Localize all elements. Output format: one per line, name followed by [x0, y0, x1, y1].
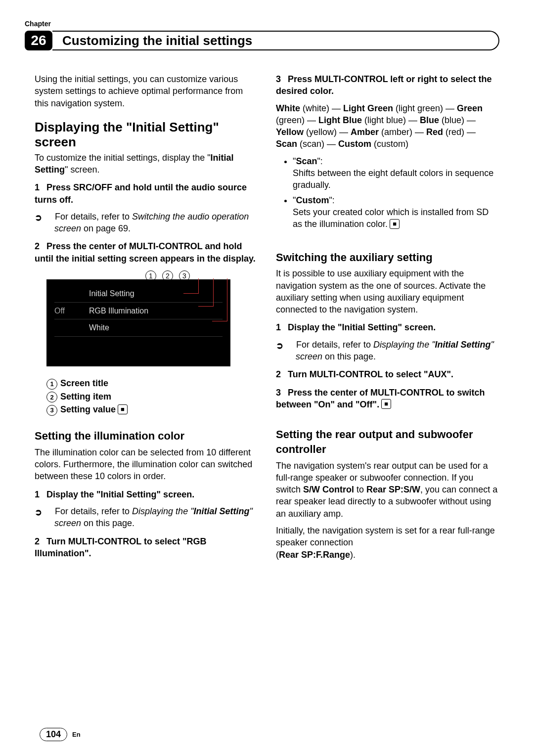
- chapter-title: Customizing the initial settings: [62, 33, 252, 48]
- display-step-1-ref: ➲ For details, refer to Switching the au…: [35, 211, 258, 235]
- aux-step-2: 2Turn MULTI-CONTROL to select "AUX".: [276, 368, 499, 380]
- section-rear-heading: Setting the rear output and subwoofer co…: [276, 427, 499, 456]
- color-options-line: White (white) — Light Green (light green…: [276, 102, 499, 150]
- section-color-lead: The illumination color can be selected f…: [35, 446, 258, 483]
- reference-arrow-icon: ➲: [44, 212, 52, 223]
- page-footer: 104 En: [40, 728, 81, 741]
- left-column: Using the initial settings, you can cust…: [35, 73, 258, 566]
- page-number: 104: [40, 728, 67, 741]
- section-rear-p2: Initially, the navigation system is set …: [276, 525, 499, 561]
- reference-arrow-icon: ➲: [44, 506, 52, 518]
- reference-arrow-icon: ➲: [286, 340, 294, 352]
- color-step-2: 2Turn MULTI-CONTROL to select "RGB Illum…: [35, 535, 258, 560]
- device-screenshot: 1 2 3 Initial Setting OffRGB Illuminatio…: [46, 270, 258, 416]
- end-mark-icon: ■: [118, 404, 128, 414]
- screen-off-label: Off: [54, 306, 89, 316]
- chapter-number-badge: 26: [25, 31, 52, 50]
- end-mark-icon: ■: [390, 219, 400, 229]
- section-rear-p1: The navigation system's rear output can …: [276, 460, 499, 520]
- intro-paragraph: Using the initial settings, you can cust…: [35, 73, 258, 109]
- color-option-custom: "Custom":Sets your created color which i…: [293, 194, 499, 230]
- aux-step-3: 3Press the center of MULTI-CONTROL to sw…: [276, 387, 499, 411]
- screenshot-legend: 1Screen title 2Setting item 3Setting val…: [46, 377, 258, 416]
- screen-line-2: RGB Illumination: [89, 306, 148, 316]
- screen-line-3: White: [89, 322, 109, 333]
- section-display-heading: Displaying the "Initial Setting" screen: [35, 120, 258, 150]
- section-display-lead: To customize the initial settings, displ…: [35, 152, 258, 176]
- color-option-scan: "Scan":Shifts between the eight default …: [293, 155, 499, 191]
- aux-step-1: 1Display the "Initial Setting" screen.: [276, 321, 499, 333]
- aux-step-1-ref: ➲ For details, refer to Displaying the "…: [276, 339, 499, 363]
- section-color-heading: Setting the illumination color: [35, 429, 258, 444]
- display-step-1: 1Press SRC/OFF and hold until the audio …: [35, 181, 258, 206]
- section-aux-heading: Switching the auxiliary setting: [276, 250, 499, 265]
- page-language: En: [72, 731, 81, 738]
- screen-line-1: Initial Setting: [89, 288, 134, 299]
- section-aux-lead: It is possible to use auxiliary equipmen…: [276, 267, 499, 315]
- end-mark-icon: ■: [381, 399, 391, 409]
- right-column: 3Press MULTI-CONTROL left or right to se…: [276, 73, 499, 566]
- chapter-label: Chapter: [25, 20, 499, 28]
- color-step-1: 1Display the "Initial Setting" screen.: [35, 489, 258, 500]
- color-step-3: 3Press MULTI-CONTROL left or right to se…: [276, 73, 499, 97]
- display-step-2: 2Press the center of MULTI-CONTROL and h…: [35, 240, 258, 265]
- chapter-header: 26 Customizing the initial settings: [35, 31, 499, 50]
- color-step-1-ref: ➲ For details, refer to Displaying the "…: [35, 505, 258, 530]
